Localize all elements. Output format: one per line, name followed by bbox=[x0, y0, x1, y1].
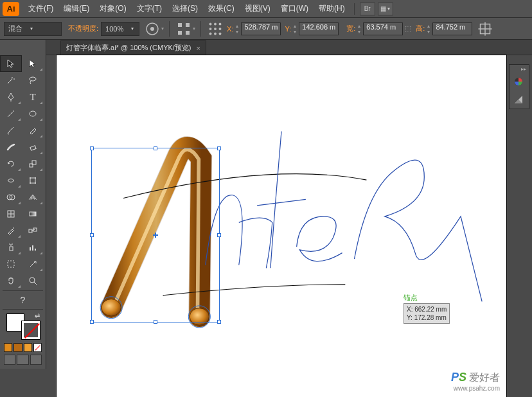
svg-point-28 bbox=[35, 182, 36, 184]
svg-point-13 bbox=[214, 32, 217, 35]
type-tool[interactable]: T bbox=[22, 89, 44, 105]
blend-tool[interactable] bbox=[22, 222, 44, 239]
opacity-label: 不透明度: bbox=[68, 24, 98, 33]
direct-selection-tool[interactable] bbox=[22, 55, 44, 72]
swatch-1[interactable] bbox=[4, 343, 12, 352]
watermark: PS爱好者 www.psahz.com bbox=[451, 371, 500, 392]
draw-inside[interactable] bbox=[30, 355, 42, 365]
line-segment-tool[interactable] bbox=[0, 105, 22, 122]
smart-guide-label: 锚点 bbox=[403, 293, 418, 303]
arrange-docs-button[interactable]: ▦▾ bbox=[378, 3, 393, 15]
mesh-tool[interactable] bbox=[0, 206, 22, 222]
slice-tool[interactable] bbox=[22, 256, 44, 272]
artboard[interactable]: 锚点 X: 662.22 mm Y: 172.28 mm PS爱好者 www.p… bbox=[57, 55, 506, 397]
blend-mode-select[interactable]: 混合▾ bbox=[4, 22, 62, 36]
tools-panel: T ? bbox=[0, 40, 46, 369]
svg-point-9 bbox=[209, 28, 212, 30]
document-tab[interactable]: 灯管字体临摹.ai* @ 100% (CMYK/预览) × bbox=[60, 40, 206, 55]
svg-rect-42 bbox=[8, 261, 14, 267]
selection-tool[interactable] bbox=[0, 55, 22, 72]
right-panel-dock[interactable]: ▸▸ bbox=[509, 64, 529, 109]
align-icon[interactable] bbox=[176, 22, 191, 36]
color-guide-panel-icon[interactable] bbox=[510, 91, 528, 109]
handle-br[interactable] bbox=[217, 320, 221, 324]
y-input[interactable]: 142.606 m bbox=[299, 22, 339, 35]
svg-rect-21 bbox=[30, 146, 36, 150]
free-transform-tool[interactable] bbox=[22, 172, 44, 189]
swatch-3[interactable] bbox=[24, 343, 32, 352]
shape-builder-tool[interactable] bbox=[0, 189, 22, 206]
menu-file[interactable]: 文件(F) bbox=[23, 3, 58, 14]
svg-point-11 bbox=[219, 28, 222, 30]
recolor-artwork-icon[interactable] bbox=[145, 22, 160, 36]
handle-tl[interactable] bbox=[90, 146, 94, 150]
bridge-button[interactable]: Br bbox=[360, 3, 375, 15]
lasso-tool[interactable] bbox=[22, 72, 44, 89]
stroke-swatch[interactable] bbox=[22, 321, 40, 339]
handle-bl[interactable] bbox=[90, 320, 94, 324]
fill-stroke-control[interactable]: ⇄ bbox=[4, 312, 42, 340]
eraser-tool[interactable] bbox=[22, 139, 44, 155]
scale-tool[interactable] bbox=[22, 155, 44, 172]
draw-behind[interactable] bbox=[17, 355, 28, 365]
selection-bounding-box[interactable] bbox=[91, 148, 220, 322]
paintbrush-tool[interactable] bbox=[0, 122, 22, 139]
color-panel-icon[interactable] bbox=[510, 73, 528, 91]
h-input[interactable]: 84.752 m bbox=[432, 22, 472, 35]
menu-window[interactable]: 窗口(W) bbox=[276, 3, 314, 14]
svg-point-20 bbox=[30, 111, 36, 116]
rotate-tool[interactable] bbox=[0, 155, 22, 172]
close-tab-icon[interactable]: × bbox=[197, 44, 200, 52]
svg-point-12 bbox=[209, 32, 212, 35]
x-input[interactable]: 528.787 m bbox=[241, 22, 281, 35]
symbol-sprayer-tool[interactable] bbox=[0, 239, 22, 256]
swap-fill-stroke-icon[interactable]: ⇄ bbox=[35, 312, 40, 319]
pencil-tool[interactable] bbox=[22, 122, 44, 139]
h-label: 高: bbox=[416, 24, 425, 33]
handle-tm[interactable] bbox=[154, 146, 157, 150]
x-label: X: bbox=[227, 25, 233, 33]
eyedropper-tool[interactable] bbox=[0, 222, 22, 239]
menu-effect[interactable]: 效果(C) bbox=[203, 3, 240, 14]
handle-mr[interactable] bbox=[217, 233, 221, 237]
wh-inputs: 宽: ▴▾63.574 m ⬚ 高: ▴▾84.752 m bbox=[344, 22, 472, 35]
draw-normal[interactable] bbox=[4, 355, 15, 365]
magic-wand-tool[interactable] bbox=[0, 72, 22, 89]
link-wh-icon[interactable]: ⬚ bbox=[403, 22, 413, 35]
menu-help[interactable]: 帮助(H) bbox=[314, 3, 350, 14]
menu-select[interactable]: 选择(S) bbox=[167, 3, 203, 14]
reference-point-icon[interactable] bbox=[208, 22, 223, 36]
width-tool[interactable] bbox=[0, 172, 22, 189]
perspective-grid-tool[interactable] bbox=[22, 189, 44, 206]
transform-icon[interactable] bbox=[477, 22, 493, 36]
svg-rect-39 bbox=[30, 247, 31, 251]
menu-view[interactable]: 视图(V) bbox=[240, 3, 276, 14]
draw-modes bbox=[0, 355, 46, 369]
svg-rect-38 bbox=[10, 247, 13, 251]
handle-tr[interactable] bbox=[217, 146, 221, 150]
swatch-4[interactable] bbox=[33, 343, 42, 352]
opacity-input[interactable]: 100%▾ bbox=[101, 22, 139, 36]
shape-tool[interactable] bbox=[22, 105, 44, 122]
zoom-tool[interactable] bbox=[22, 272, 44, 289]
column-graph-tool[interactable] bbox=[22, 239, 44, 256]
hand-tool[interactable] bbox=[0, 272, 22, 289]
pen-tool[interactable] bbox=[0, 89, 22, 105]
control-bar: 混合▾ 不透明度: 100%▾ ▾ ▾ X: ▴▾528.787 m Y: ▴▾… bbox=[0, 18, 532, 40]
handle-ml[interactable] bbox=[90, 233, 94, 237]
coordinate-tooltip: X: 662.22 mm Y: 172.28 mm bbox=[403, 303, 450, 324]
menu-object[interactable]: 对象(O) bbox=[94, 3, 131, 14]
panel-grip[interactable]: ▸▸ bbox=[510, 65, 529, 73]
svg-point-43 bbox=[30, 278, 35, 283]
handle-bm[interactable] bbox=[154, 320, 157, 324]
gradient-tool[interactable] bbox=[22, 206, 44, 222]
menu-type[interactable]: 文字(T) bbox=[132, 3, 167, 14]
blob-brush-tool[interactable] bbox=[0, 139, 22, 155]
tool-help[interactable]: ? bbox=[0, 292, 46, 308]
menu-edit[interactable]: 编辑(E) bbox=[58, 3, 94, 14]
svg-rect-4 bbox=[178, 31, 182, 35]
w-input[interactable]: 63.574 m bbox=[363, 22, 403, 35]
swatch-2[interactable] bbox=[13, 343, 22, 352]
artboard-tool[interactable] bbox=[0, 256, 22, 272]
center-mark bbox=[153, 233, 158, 238]
